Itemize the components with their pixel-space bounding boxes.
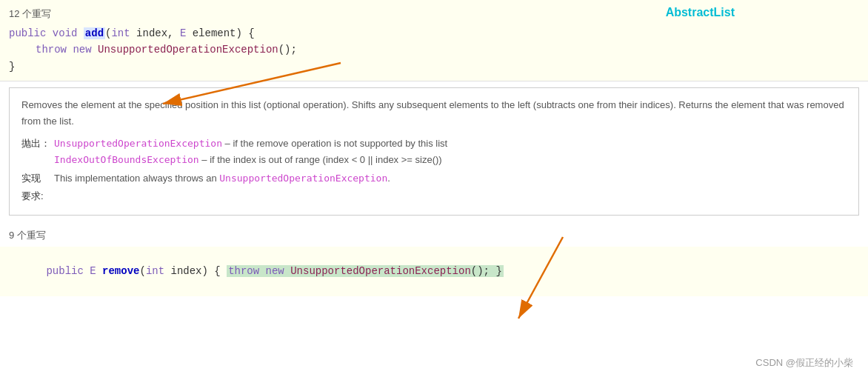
throws-list: UnsupportedOperationException – if the r… <box>54 136 447 168</box>
impl-label: 实现 <box>21 170 51 187</box>
throws-label: 抛出： <box>21 136 51 152</box>
overwrite-count-top: 12 个重写 <box>0 6 868 25</box>
impl-text: This implementation always throws an Uns… <box>54 170 390 187</box>
overwrite-count-bottom: 9 个重写 <box>0 227 868 247</box>
exception-class-2: UnsupportedOperationException <box>290 265 471 277</box>
code-text-2: (int index) { <box>139 265 227 277</box>
code-paren: (); <box>278 44 297 56</box>
req-label: 要求: <box>21 188 51 204</box>
top-code-section: 12 个重写 AbstractList public void add(int … <box>0 0 868 81</box>
keyword-new-2: new <box>266 265 284 277</box>
throws-row: 抛出： UnsupportedOperationException – if t… <box>21 136 847 168</box>
code-line-2: throw new UnsupportedOperationException(… <box>0 41 868 58</box>
code-text: (int index, E element) { <box>105 27 255 39</box>
function-add: add <box>84 27 105 39</box>
closing-brace: } <box>9 61 15 73</box>
code-paren-2: (); } <box>471 265 502 277</box>
code-line-3: } <box>0 59 868 75</box>
exception-1: UnsupportedOperationException <box>54 138 222 149</box>
doc-section: Removes the element at the specified pos… <box>9 87 859 216</box>
page-container: 12 个重写 AbstractList public void add(int … <box>0 0 868 377</box>
exception-2: IndexOutOfBoundsException <box>54 154 199 165</box>
keyword-void: void <box>53 27 78 39</box>
doc-description: Removes the element at the specified pos… <box>21 97 847 130</box>
impl-exception: UnsupportedOperationException <box>219 173 387 184</box>
keyword-throw-2: throw <box>228 265 259 277</box>
bottom-code-line: public E remove(int index) { throw new U… <box>0 247 868 296</box>
bottom-code-section: 9 个重写 public E remove(int index) { throw… <box>0 221 868 302</box>
exception-desc-1: – if the remove operation is not support… <box>222 138 447 149</box>
keyword-public: public <box>9 27 46 39</box>
abstract-list-label: AbstractList <box>666 6 735 19</box>
throws-item-1: UnsupportedOperationException – if the r… <box>54 136 447 152</box>
impl-row: 实现 This implementation always throws an … <box>21 170 847 187</box>
keyword-public-2: public <box>46 265 83 277</box>
exception-desc-2: – if the index is out of range (index < … <box>199 154 442 165</box>
req-row: 要求: <box>21 188 847 204</box>
watermark: CSDN @假正经的小柴 <box>755 356 853 370</box>
keyword-E: E <box>90 265 96 277</box>
keyword-throw: throw <box>36 44 67 56</box>
throw-highlight: throw new UnsupportedOperationException(… <box>227 265 504 277</box>
code-line-1: public void add(int index, E element) { <box>0 25 868 41</box>
keyword-new: new <box>73 44 91 56</box>
throws-item-2: IndexOutOfBoundsException – if the index… <box>54 152 447 168</box>
exception-class: UnsupportedOperationException <box>98 44 278 56</box>
function-remove: remove <box>102 265 139 277</box>
